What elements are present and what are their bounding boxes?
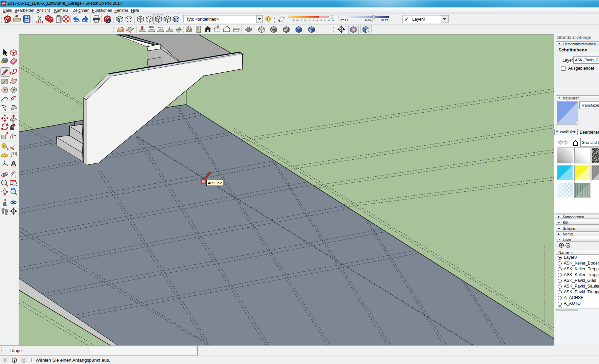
- svg-text:A: A: [316, 19, 318, 22]
- svg-text:M: M: [304, 19, 307, 22]
- svg-text:N: N: [328, 19, 330, 22]
- svg-text:Auf Linie: Auf Linie: [208, 181, 222, 185]
- svg-text:J: J: [289, 19, 290, 22]
- svg-text:Layer0: Layer0: [412, 17, 425, 22]
- svg-text:S: S: [320, 19, 322, 22]
- svg-text:07:21: 07:21: [340, 19, 348, 22]
- svg-text:F: F: [293, 19, 294, 22]
- svg-text:J: J: [313, 19, 314, 22]
- svg-text:D: D: [332, 19, 334, 22]
- svg-text:16:17: 16:17: [380, 19, 388, 22]
- svg-text:A: A: [301, 19, 303, 22]
- svg-text:J: J: [309, 19, 310, 22]
- svg-text:Mittag: Mittag: [365, 19, 373, 22]
- svg-text:O: O: [324, 19, 326, 22]
- svg-text:A1: A1: [12, 153, 16, 156]
- svg-text:Typ: <undefined>: Typ: <undefined>: [186, 17, 219, 22]
- svg-text:M: M: [296, 19, 299, 22]
